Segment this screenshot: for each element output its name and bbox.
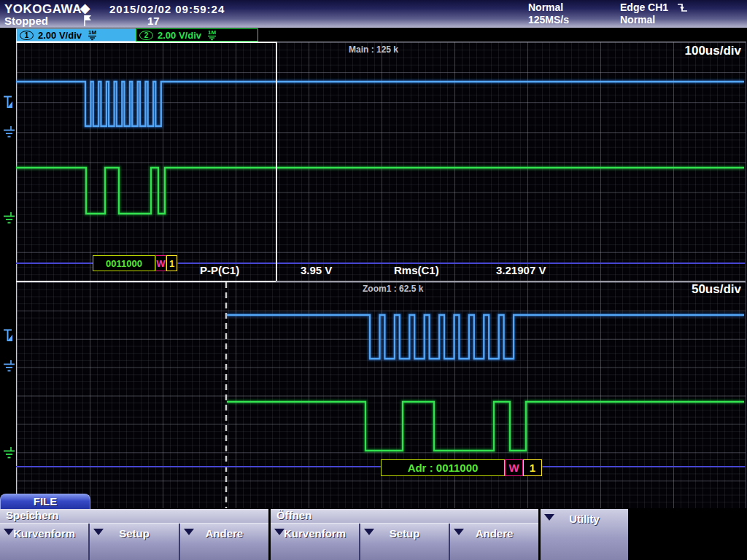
channel-2-badge[interactable]: 2 2.00 V/div 1M — [136, 28, 258, 42]
chevron-down-icon — [544, 514, 554, 521]
svg-text:1M: 1M — [208, 29, 216, 36]
acquisition-mode: Normal — [528, 1, 563, 13]
menu-section-speichern: Speichern Kurvenform Setup Andere — [0, 509, 268, 560]
chevron-down-icon — [184, 529, 194, 535]
acquisition-status: Stopped — [4, 15, 48, 27]
sample-rate: 125MS/s — [528, 14, 569, 26]
section-title-oeffnen: Öffnen — [276, 509, 311, 521]
zoom-timebase: 50us/div — [655, 282, 741, 297]
brand-diamond-icon: ◆ — [80, 1, 90, 16]
falling-edge-icon — [677, 3, 689, 13]
datetime-display: 2015/02/02 09:59:24 — [109, 3, 225, 15]
zoom-bus-number: 1 — [523, 459, 542, 476]
speichern-kurvenform-button[interactable]: Kurvenform — [0, 524, 88, 560]
measurement-1-value: 3.95 V — [301, 264, 332, 276]
file-menu-tab[interactable]: FILE — [0, 494, 90, 510]
zoom-ch2-ground-icon — [1, 446, 16, 462]
menu-section-oeffnen: Öffnen Kurvenform Setup Andere — [271, 509, 538, 560]
channel-1-badge[interactable]: 1 2.00 V/div 1M — [16, 28, 137, 42]
oeffnen-setup-button[interactable]: Setup — [359, 524, 449, 560]
main-waveform-grid — [16, 42, 746, 281]
channel-2-impedance-icon: 1M — [206, 29, 217, 41]
main-bus-value: 0011000 — [93, 255, 155, 271]
measurement-2-value: 3.21907 V — [496, 264, 546, 276]
measurement-2-name: Rms(C1) — [394, 264, 439, 276]
speichern-buttons: Kurvenform Setup Andere — [0, 523, 268, 560]
trigger-source: Edge CH1 — [620, 1, 668, 13]
oeffnen-kurvenform-button[interactable]: Kurvenform — [271, 524, 359, 560]
speichern-setup-button[interactable]: Setup — [88, 524, 178, 560]
top-status-bar: YOKOGAWA ◆ 2015/02/02 09:59:24 Stopped 1… — [0, 0, 747, 28]
channel-1-number: 1 — [20, 31, 34, 40]
zoom-trigger-level-icon[interactable] — [2, 328, 15, 343]
speichern-andere-button[interactable]: Andere — [179, 524, 268, 560]
channel-2-scale: 2.00 V/div — [158, 30, 201, 41]
history-flag-icon — [82, 15, 92, 27]
chevron-down-icon — [454, 529, 464, 535]
channel-1-impedance-icon: 1M — [87, 29, 98, 41]
measurement-1-name: P-P(C1) — [200, 264, 239, 276]
zoom-bus-decode-label: Adr : 0011000 W 1 — [381, 459, 542, 476]
trigger-mode: Normal — [620, 14, 655, 26]
channel-2-number: 2 — [139, 31, 153, 40]
utility-button[interactable]: Utility — [541, 509, 628, 560]
history-count: 17 — [147, 15, 160, 27]
chevron-down-icon — [274, 529, 285, 535]
zoom-ch1-ground-icon — [1, 359, 16, 375]
channel-badge-row: 1 2.00 V/div 1M 2 2.00 V/div 1M 1 — [0, 28, 747, 42]
main-bus-write-flag: W — [155, 255, 166, 271]
main-bus-number: 1 — [166, 255, 177, 271]
oeffnen-andere-button[interactable]: Andere — [449, 524, 538, 560]
chevron-down-icon — [4, 529, 14, 535]
zoom-record-length: Zoom1 : 62.5 k — [363, 284, 423, 294]
oeffnen-buttons: Kurvenform Setup Andere — [271, 523, 538, 560]
channel-1-scale: 2.00 V/div — [38, 30, 82, 41]
section-title-speichern: Speichern — [6, 509, 59, 521]
main-timebase: 100us/div — [655, 44, 741, 58]
zoom-bus-value: Adr : 0011000 — [381, 459, 505, 476]
main-record-length: Main : 125 k — [349, 44, 398, 55]
zoom-bus-write-flag: W — [505, 459, 523, 476]
oscilloscope-screen: YOKOGAWA ◆ 2015/02/02 09:59:24 Stopped 1… — [0, 0, 747, 560]
svg-text:1M: 1M — [88, 29, 96, 36]
zoom-source-box-bottom — [16, 281, 276, 282]
chevron-down-icon — [93, 529, 104, 535]
main-ch1-ground-icon — [1, 125, 16, 141]
chevron-down-icon — [364, 529, 374, 535]
main-ch2-ground-icon — [1, 211, 16, 227]
main-bus-decode-label: 0011000 W 1 — [93, 255, 177, 271]
main-trigger-level-icon[interactable] — [2, 95, 15, 110]
